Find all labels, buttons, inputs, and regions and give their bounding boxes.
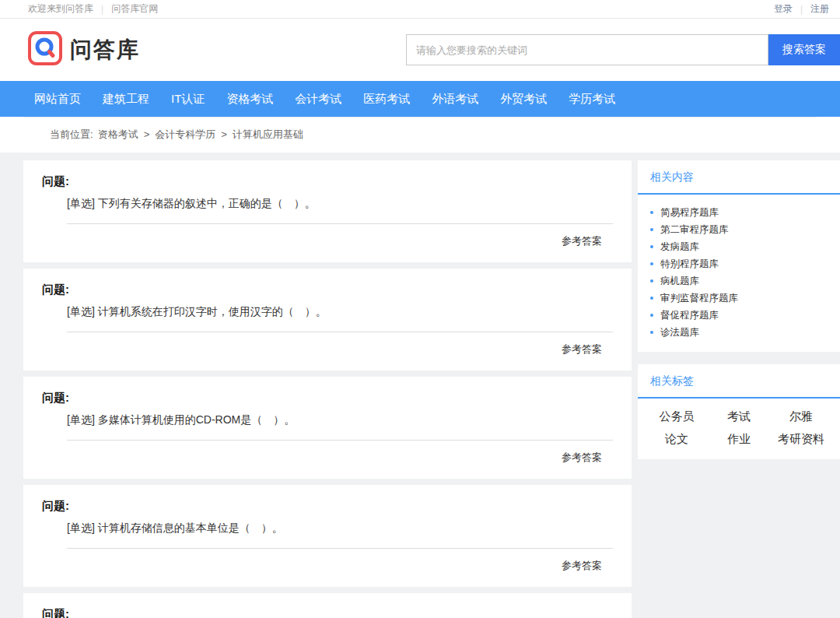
question-label: 问题: bbox=[42, 174, 613, 189]
related-content-text: 发病题库 bbox=[660, 238, 699, 255]
related-content-link[interactable]: 审判监督程序题库 bbox=[650, 290, 828, 307]
related-tags-title: 相关标签 bbox=[638, 364, 840, 399]
related-content-link[interactable]: 特别程序题库 bbox=[650, 255, 828, 272]
question-card: 问题: [单选] 计算机系统在打印汉字时，使用汉字的（ ）。 参考答案 bbox=[23, 269, 632, 370]
logo-text: 问答库 bbox=[70, 35, 140, 65]
search-input[interactable] bbox=[406, 34, 768, 65]
related-content-text: 诊法题库 bbox=[660, 324, 699, 341]
related-content-link[interactable]: 简易程序题库 bbox=[650, 204, 828, 221]
related-content-list: 简易程序题库 第二审程序题库 发病题库 特别程序题库 病机题库 审判监督程序题库 bbox=[638, 195, 840, 352]
top-utility-bar: 欢迎来到问答库 | 问答库官网 登录 | 注册 bbox=[0, 0, 840, 19]
main-nav: 网站首页建筑工程IT认证资格考试会计考试医药考试外语考试外贸考试学历考试 bbox=[0, 81, 840, 117]
related-content-text: 第二审程序题库 bbox=[660, 221, 729, 238]
nav-item[interactable]: 医药考试 bbox=[352, 81, 421, 117]
bullet-icon bbox=[650, 331, 653, 334]
related-content-link[interactable]: 督促程序题库 bbox=[650, 307, 828, 324]
related-content-text: 简易程序题库 bbox=[660, 204, 719, 221]
breadcrumb-label: 当前位置: bbox=[50, 128, 93, 140]
breadcrumb-link[interactable]: 会计专科学历 bbox=[138, 128, 216, 140]
tags-grid: 公务员考试尔雅论文作业考研资料 bbox=[638, 399, 840, 459]
nav-item[interactable]: 学历考试 bbox=[558, 81, 626, 117]
related-content-panel: 相关内容 简易程序题库 第二审程序题库 发病题库 特别程序题库 病机题库 bbox=[638, 160, 840, 352]
tag-link[interactable]: 考研资料 bbox=[770, 432, 832, 447]
related-content-text: 病机题库 bbox=[660, 272, 699, 290]
nav-item[interactable]: 资格考试 bbox=[215, 81, 284, 117]
bullet-icon bbox=[650, 245, 653, 248]
answer-link[interactable]: 参考答案 bbox=[562, 560, 602, 571]
nav-item[interactable]: 外语考试 bbox=[421, 81, 489, 117]
nav-item[interactable]: 外贸考试 bbox=[489, 81, 558, 117]
related-content-text: 审判监督程序题库 bbox=[660, 290, 738, 307]
breadcrumb: 当前位置:资格考试会计专科学历计算机应用基础 bbox=[23, 117, 817, 153]
related-content-link[interactable]: 第二审程序题库 bbox=[650, 221, 828, 238]
official-site-link[interactable]: 问答库官网 bbox=[111, 2, 158, 16]
nav-item[interactable]: 建筑工程 bbox=[92, 81, 160, 117]
question-text: [单选] 多媒体计算机使用的CD-ROM是（ ）。 bbox=[67, 413, 613, 441]
answer-link[interactable]: 参考答案 bbox=[562, 451, 602, 463]
answer-link[interactable]: 参考答案 bbox=[562, 235, 602, 247]
tag-link[interactable]: 公务员 bbox=[646, 409, 708, 424]
nav-item[interactable]: 网站首页 bbox=[23, 81, 92, 117]
breadcrumb-link[interactable]: 资格考试 bbox=[98, 128, 138, 140]
bullet-icon bbox=[650, 228, 653, 231]
site-logo[interactable]: 问答库 bbox=[28, 31, 140, 68]
question-text: [单选] 下列有关存储器的叙述中，正确的是（ ）。 bbox=[67, 197, 613, 224]
question-card: 问题: [单选] 下列有关存储器的叙述中，正确的是（ ）。 参考答案 bbox=[23, 160, 632, 262]
question-card: 问题: [单选] 多媒体计算机使用的CD-ROM是（ ）。 参考答案 bbox=[23, 377, 632, 479]
breadcrumb-link[interactable]: 计算机应用基础 bbox=[215, 128, 303, 140]
related-tags-panel: 相关标签 公务员考试尔雅论文作业考研资料 bbox=[638, 364, 840, 459]
question-text: [单选] 计算机系统在打印汉字时，使用汉字的（ ）。 bbox=[67, 305, 613, 332]
question-card: 问题: [单选] 计算机存储信息的基本单位是（ ）。 参考答案 bbox=[23, 485, 632, 587]
related-content-title: 相关内容 bbox=[638, 160, 840, 195]
question-card: 问题: [单选] 已知英文字符“d”的ASCII码值是100，英文字母“D”的A… bbox=[23, 593, 632, 618]
tag-link[interactable]: 考试 bbox=[708, 409, 770, 424]
logo-icon bbox=[28, 31, 62, 68]
question-text: [单选] 计算机存储信息的基本单位是（ ）。 bbox=[67, 521, 613, 549]
bullet-icon bbox=[650, 279, 653, 283]
question-label: 问题: bbox=[42, 391, 613, 406]
register-link[interactable]: 注册 bbox=[810, 2, 829, 16]
tag-link[interactable]: 作业 bbox=[708, 432, 770, 447]
related-content-text: 督促程序题库 bbox=[660, 307, 719, 324]
question-label: 问题: bbox=[42, 607, 613, 618]
bullet-icon bbox=[650, 297, 653, 300]
login-link[interactable]: 登录 bbox=[774, 2, 793, 16]
site-header: 问答库 搜索答案 bbox=[0, 19, 840, 81]
topbar-separator: | bbox=[800, 4, 803, 15]
bullet-icon bbox=[650, 314, 653, 317]
tag-link[interactable]: 尔雅 bbox=[770, 409, 832, 424]
related-content-link[interactable]: 诊法题库 bbox=[650, 324, 828, 341]
nav-item[interactable]: 会计考试 bbox=[284, 81, 352, 117]
breadcrumb-bar: 当前位置:资格考试会计专科学历计算机应用基础 bbox=[0, 117, 840, 153]
question-label: 问题: bbox=[42, 283, 613, 297]
welcome-text: 欢迎来到问答库 bbox=[28, 2, 93, 16]
topbar-separator: | bbox=[101, 4, 103, 15]
question-list: 问题: [单选] 下列有关存储器的叙述中，正确的是（ ）。 参考答案 问题: [… bbox=[23, 160, 632, 618]
sidebar: 相关内容 简易程序题库 第二审程序题库 发病题库 特别程序题库 病机题库 bbox=[638, 160, 840, 472]
nav-item[interactable]: IT认证 bbox=[160, 81, 215, 117]
related-content-link[interactable]: 病机题库 bbox=[650, 272, 828, 290]
main-area: 问题: [单选] 下列有关存储器的叙述中，正确的是（ ）。 参考答案 问题: [… bbox=[0, 153, 840, 618]
bullet-icon bbox=[650, 211, 653, 214]
answer-link[interactable]: 参考答案 bbox=[562, 343, 602, 355]
tag-link[interactable]: 论文 bbox=[646, 432, 708, 447]
bullet-icon bbox=[650, 262, 653, 265]
search-bar: 搜索答案 bbox=[406, 34, 840, 65]
search-button[interactable]: 搜索答案 bbox=[768, 34, 840, 65]
related-content-link[interactable]: 发病题库 bbox=[650, 238, 828, 255]
related-content-text: 特别程序题库 bbox=[660, 255, 719, 272]
question-label: 问题: bbox=[42, 499, 613, 514]
